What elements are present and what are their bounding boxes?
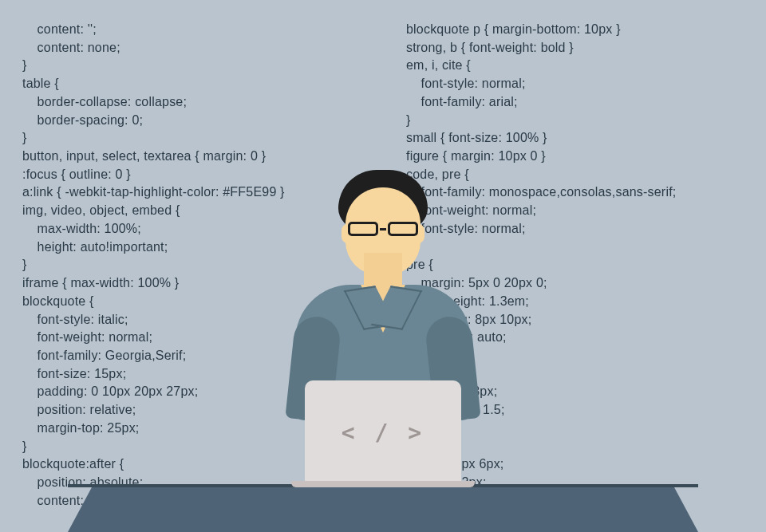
glasses-icon [348,221,418,237]
laptop-base [291,481,475,487]
laptop: < / > [305,380,461,484]
code-icon: < / > [342,420,424,446]
desk [92,487,674,532]
